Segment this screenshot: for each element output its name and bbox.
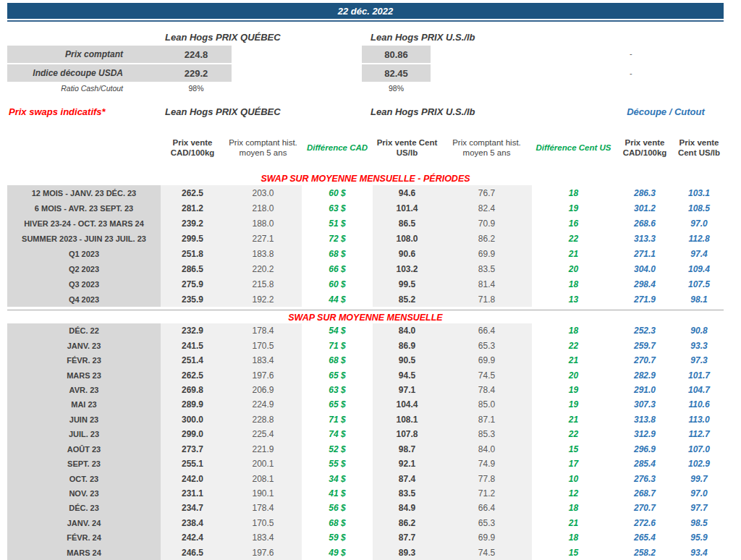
cell-cad-difference: 59 $	[302, 530, 373, 545]
cell-cutout-cad-price: 258.2	[615, 546, 674, 560]
cell-cad-difference: 52 $	[302, 442, 373, 457]
cell-row-label: Q1 2023	[7, 246, 161, 261]
cell-cad-sale-price: 281.2	[161, 200, 224, 216]
cell-us-sale-price: 90.5	[373, 353, 441, 368]
cell-cutout-cad-price: 286.3	[615, 185, 674, 200]
cell-cad-sale-price: 299.0	[161, 427, 224, 441]
section-title-monthly: SWAP SUR MOYENNE MENSUELLE	[7, 311, 724, 323]
cell-us-sale-price: 83.5	[373, 486, 441, 501]
cell-row-label: AVR. 23	[7, 383, 161, 397]
cell-us-hist-price: 71.2	[441, 486, 532, 501]
cell-cad-hist-price: 221.9	[224, 442, 302, 457]
cell-us-hist-price: 65.3	[441, 338, 532, 352]
cell-cad-sale-price: 255.1	[161, 457, 224, 471]
periods-section: 12 MOIS - JANV. 23 DÉC. 23262.5203.060 $…	[7, 185, 724, 307]
cell-us-hist-price: 74.5	[441, 546, 532, 560]
cell-us-hist-price: 69.9	[441, 530, 532, 545]
cell-row-label: Q3 2023	[7, 276, 161, 292]
cell-us-hist-price: 86.2	[441, 231, 532, 246]
cell-row-label: FÉVR. 24	[7, 530, 161, 545]
table-row: NOV. 23231.1190.141 $83.571.212268.797.0	[7, 486, 724, 501]
cell-cad-hist-price: 218.0	[224, 200, 302, 216]
cell-us-difference: 20	[532, 261, 615, 276]
cell-us-difference: 22	[532, 338, 615, 352]
table-row: JUIL. 23299.0225.474 $107.885.322312.911…	[7, 427, 724, 441]
cell-cad-difference: 44 $	[302, 292, 373, 307]
cell-cad-hist-price: 215.8	[224, 276, 302, 292]
table-row: MARS 24246.5197.649 $89.374.515258.293.4	[7, 546, 724, 560]
cell-cad-sale-price: 273.7	[161, 442, 224, 457]
cell-row-label: Q2 2023	[7, 261, 161, 276]
cell-cutout-us-price: 95.9	[674, 530, 724, 545]
spot-cutout-qc: 229.2	[161, 64, 232, 82]
cell-us-difference: 17	[532, 457, 615, 471]
table-row: Q1 2023251.8183.868 $90.669.921271.197.4	[7, 246, 724, 261]
cell-cad-sale-price: 242.4	[161, 530, 224, 545]
cell-cad-hist-price: 188.0	[224, 216, 302, 231]
cell-cad-sale-price: 262.5	[161, 368, 224, 382]
cell-cad-sale-price: 242.0	[161, 471, 224, 485]
cell-us-sale-price: 108.0	[373, 231, 441, 246]
cell-cutout-cad-price: 259.7	[615, 338, 674, 352]
cell-us-difference: 22	[532, 231, 615, 246]
cell-cad-hist-price: 225.4	[224, 427, 302, 441]
cell-cutout-us-price: 107.0	[674, 442, 724, 457]
cell-cutout-us-price: 108.5	[674, 200, 724, 216]
cell-cutout-cad-price: 268.7	[615, 486, 674, 501]
cell-cutout-us-price: 97.4	[674, 246, 724, 261]
spot-label-cash: Prix comptant	[7, 46, 161, 63]
cell-us-hist-price: 83.5	[441, 261, 532, 276]
cell-us-difference: 18	[532, 501, 615, 515]
cell-row-label: MARS 23	[7, 368, 161, 382]
cell-cad-hist-price: 227.1	[224, 231, 302, 246]
col-header-cad-hist: Prix comptant hist. moyen 5 ans	[224, 127, 302, 169]
cell-us-difference: 21	[532, 516, 615, 530]
cell-cad-difference: 34 $	[302, 471, 373, 485]
table-row: FÉVR. 24242.4183.459 $87.769.918265.495.…	[7, 530, 724, 545]
cutout-header: Découpe / Cutout	[611, 106, 720, 117]
cell-us-hist-price: 85.0	[441, 397, 532, 412]
cell-cutout-cad-price: 271.9	[615, 292, 674, 307]
cell-us-hist-price: 66.4	[441, 501, 532, 515]
cell-us-sale-price: 99.5	[373, 276, 441, 292]
cell-us-sale-price: 87.4	[373, 471, 441, 485]
col-header-us-hist: Prix comptant hist. moyen 5 ans	[441, 127, 532, 169]
cell-cutout-us-price: 97.7	[674, 501, 724, 515]
cell-cad-hist-price: 183.4	[224, 353, 302, 368]
cell-cutout-cad-price: 285.4	[615, 457, 674, 471]
cell-row-label: 12 MOIS - JANV. 23 DÉC. 23	[7, 185, 161, 200]
cell-us-difference: 21	[532, 412, 615, 427]
cell-cad-hist-price: 206.9	[224, 383, 302, 397]
col-header-cutout-cad: Prix vente CAD/100kg	[615, 127, 674, 169]
cell-us-hist-price: 69.9	[441, 246, 532, 261]
spot-cash-us: 80.86	[362, 46, 431, 63]
cell-us-sale-price: 90.6	[373, 246, 441, 261]
cell-us-sale-price: 98.7	[373, 442, 441, 457]
cell-cad-sale-price: 300.0	[161, 412, 224, 427]
cell-cutout-cad-price: 268.6	[615, 216, 674, 231]
cell-cutout-us-price: 93.4	[674, 546, 724, 560]
cell-cad-sale-price: 269.8	[161, 383, 224, 397]
cell-cutout-us-price: 93.3	[674, 338, 724, 352]
cell-us-sale-price: 103.2	[373, 261, 441, 276]
cell-cad-hist-price: 197.6	[224, 368, 302, 382]
cell-cad-sale-price: 231.1	[161, 486, 224, 501]
table-row: Q3 2023275.9215.860 $99.581.418298.4107.…	[7, 276, 724, 292]
cell-us-sale-price: 94.5	[373, 368, 441, 382]
table-row: JANV. 23241.5170.571 $86.965.322259.793.…	[7, 338, 724, 352]
cell-cad-difference: 51 $	[302, 216, 373, 231]
cell-us-sale-price: 89.3	[373, 546, 441, 560]
cell-us-difference: 20	[532, 368, 615, 382]
cell-us-hist-price: 74.5	[441, 368, 532, 382]
cell-cutout-cad-price: 270.7	[615, 353, 674, 368]
cell-us-sale-price: 104.4	[373, 397, 441, 412]
cell-cad-difference: 41 $	[302, 486, 373, 501]
swaps-us-header: Lean Hogs PRIX U.S./lb	[370, 106, 475, 117]
cell-us-sale-price: 97.1	[373, 383, 441, 397]
cell-cutout-cad-price: 313.3	[615, 231, 674, 246]
spot-cutout-right-dash: -	[630, 69, 632, 77]
cell-cad-difference: 54 $	[302, 323, 373, 338]
monthly-section: DÉC. 22232.9178.454 $84.066.418252.390.8…	[7, 323, 724, 560]
cell-cad-hist-price: 183.8	[224, 246, 302, 261]
cell-cutout-cad-price: 296.9	[615, 442, 674, 457]
